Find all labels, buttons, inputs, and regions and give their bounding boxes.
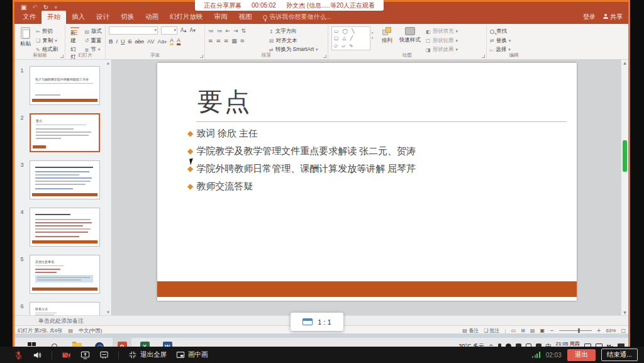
bold-button[interactable]: B	[109, 38, 113, 45]
person-icon	[603, 14, 608, 19]
thumbnail-slide-1[interactable]: 1 电子与物联网学院外聘教师期初工作会	[14, 66, 111, 105]
highlight-color-button[interactable]: A	[170, 37, 174, 45]
ratio-1-1-button[interactable]: 1 : 1	[291, 313, 343, 331]
tab-insert[interactable]: 插入	[66, 11, 91, 24]
undo-icon[interactable]: ↶	[32, 4, 37, 11]
zoom-out-button[interactable]: −	[550, 328, 554, 333]
tab-transitions[interactable]: 切换	[115, 11, 140, 24]
layout-icon: ▤	[84, 29, 89, 35]
italic-button[interactable]: I	[116, 38, 118, 45]
language-indicator[interactable]: 中文(中国)	[79, 327, 102, 334]
paste-button[interactable]: 粘贴	[18, 26, 33, 51]
scroll-down-icon[interactable]: ▼	[621, 310, 628, 315]
fit-to-window-button[interactable]: ▢	[621, 328, 626, 333]
exit-meeting-button[interactable]: 退出	[567, 349, 596, 361]
thumbnail-slide-2[interactable]: 2 要点	[14, 113, 111, 152]
zoom-slider[interactable]	[559, 330, 592, 331]
shrink-font-button[interactable]: A▾	[190, 28, 196, 33]
whiteboard-button[interactable]	[99, 350, 109, 360]
scroll-down-icon[interactable]: ▼	[106, 310, 111, 314]
new-slide-button[interactable]: 新建 幻灯片▾	[69, 26, 81, 51]
mic-muted-button[interactable]	[14, 350, 23, 360]
thumbnail-slide-4[interactable]: 4	[14, 208, 111, 247]
quick-styles-button[interactable]: 快速样式	[397, 26, 423, 51]
slide-canvas: 要点 致词 徐欣 主任 学院教学及教学管理文件重点要求解读 张二元、贺涛 学院外…	[112, 60, 621, 315]
grow-font-button[interactable]: A▴	[180, 28, 187, 33]
char-spacing-button[interactable]: AV	[147, 38, 154, 45]
find-button[interactable]: 查找	[490, 28, 511, 35]
shape-fill-button[interactable]: ◧形状填充▾	[426, 28, 458, 35]
redo-icon[interactable]: ↻	[43, 4, 48, 11]
paragraph-dialog-launcher[interactable]	[323, 55, 326, 58]
bullet-item[interactable]: 致词 徐欣 主任	[187, 125, 416, 142]
arrange-button[interactable]: 排列	[380, 26, 394, 51]
replace-button[interactable]: ⇄替换▾	[490, 37, 511, 45]
zoom-level[interactable]: 63%	[606, 328, 616, 333]
signin-button[interactable]: 登录	[583, 13, 596, 21]
scroll-up-icon[interactable]: ▲	[621, 60, 628, 65]
thumbnail-slide-5[interactable]: 5 其他注意事项	[14, 255, 111, 294]
tab-file[interactable]: 文件	[17, 11, 42, 24]
shadow-button[interactable]: abc	[135, 38, 145, 45]
font-size-box[interactable]	[161, 26, 177, 35]
zoom-slider-thumb[interactable]	[578, 328, 580, 333]
clipboard-dialog-launcher[interactable]	[60, 55, 64, 58]
qat-dropdown-icon[interactable]: ▾	[54, 4, 57, 11]
end-call-button[interactable]: 结束通...	[601, 349, 638, 361]
exit-fullscreen-button[interactable]: 退出全屏	[128, 350, 167, 359]
share-button[interactable]: 共享	[603, 13, 623, 21]
tell-me-box[interactable]: 告诉我你想要做什么...	[258, 11, 336, 24]
comments-toggle[interactable]: ❏ 批注	[484, 327, 499, 334]
shapes-gallery[interactable]: ▭ ◯ ╲ □ △ ╱ ◇ ▱ ∿	[331, 26, 370, 50]
camera-off-button[interactable]	[62, 350, 71, 360]
window-ratio-icon	[303, 318, 313, 325]
bullet-item[interactable]: 学院外聘教师日常管理、课酬计算发放等讲解 屈琴芹	[187, 160, 416, 177]
view-slideshow-button[interactable]: ▣	[540, 328, 545, 333]
slide-title[interactable]: 要点	[197, 84, 252, 119]
underline-button[interactable]: U	[121, 38, 125, 45]
slide-editor[interactable]: 要点 致词 徐欣 主任 学院教学及教学管理文件重点要求解读 张二元、贺涛 学院外…	[157, 63, 577, 301]
save-icon[interactable]: ▣	[21, 4, 26, 11]
view-normal-button[interactable]: ▭	[511, 328, 516, 333]
view-reading-button[interactable]: ▤	[530, 328, 535, 333]
notes-toggle[interactable]: ▤ 备注	[462, 327, 479, 334]
align-text-button[interactable]: ▤对齐文本	[269, 37, 318, 45]
slide-body[interactable]: 致词 徐欣 主任 学院教学及教学管理文件重点要求解读 张二元、贺涛 学院外聘教师…	[187, 125, 416, 195]
thumbnail-scrollbar[interactable]: ▲ ▼	[106, 61, 111, 314]
change-case-button[interactable]: Aa▾	[157, 38, 167, 45]
spellcheck-icon[interactable]: ▤	[69, 328, 74, 333]
shape-outline-button[interactable]: ▢形状轮廓▾	[426, 37, 458, 45]
tab-review[interactable]: 审阅	[209, 11, 233, 24]
tab-home[interactable]: 开始	[42, 11, 66, 24]
view-sorter-button[interactable]: ⊞	[521, 328, 525, 333]
scroll-up-icon[interactable]: ▲	[107, 61, 109, 65]
copy-button[interactable]: ❏复制▾	[36, 37, 58, 45]
layout-button[interactable]: ▤版式	[84, 28, 102, 35]
tab-animations[interactable]: 动画	[140, 11, 164, 24]
list-indent-buttons[interactable]: ≔ ≔ ⇤ ⇥ ⇅	[208, 28, 266, 34]
tab-view[interactable]: 视图	[233, 11, 258, 24]
font-color-button[interactable]: A	[177, 37, 180, 45]
bullet-item[interactable]: 教师交流答疑	[187, 177, 416, 195]
text-direction-button[interactable]: ↕文字方向	[269, 28, 318, 35]
tab-slideshow[interactable]: 幻灯片放映	[164, 11, 209, 24]
drawing-dialog-launcher[interactable]	[482, 55, 485, 58]
alignment-buttons[interactable]: ≡ ≡ ≡ ▦ ≋	[208, 36, 266, 44]
strikethrough-button[interactable]: S	[128, 38, 132, 45]
bullet-item[interactable]: 学院教学及教学管理文件重点要求解读 张二元、贺涛	[187, 142, 416, 160]
font-name-box[interactable]	[109, 26, 158, 35]
canvas-scrollbar[interactable]: ▲ ▼	[621, 60, 628, 315]
cut-button[interactable]: ✂剪切	[36, 28, 58, 35]
speaker-button[interactable]	[33, 350, 42, 360]
thumbnail-slide-3[interactable]: 3	[14, 160, 111, 199]
reset-button[interactable]: ↺重置	[84, 37, 102, 45]
pip-label: 画中画	[188, 350, 208, 359]
network-signal-icon	[532, 352, 540, 358]
zoom-in-button[interactable]: +	[597, 328, 601, 333]
thumbnail-slide-6[interactable]: 6 联系方式	[14, 302, 111, 315]
tab-design[interactable]: 设计	[91, 11, 115, 24]
share-screen-button[interactable]	[80, 350, 90, 360]
font-dialog-launcher[interactable]	[200, 55, 203, 58]
pip-button[interactable]: 画中画	[176, 350, 208, 359]
scrollbar-thumb[interactable]	[623, 140, 627, 172]
